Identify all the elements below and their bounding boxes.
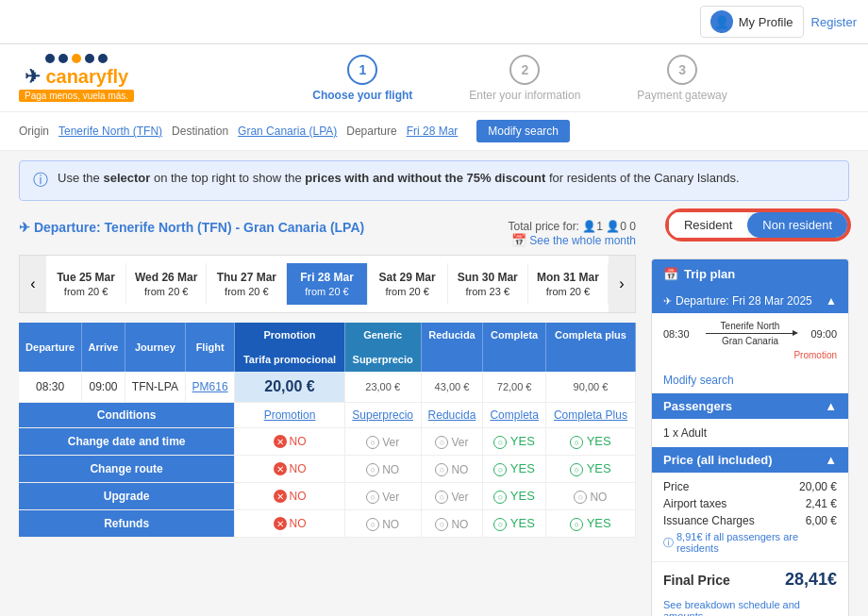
col-completa-plus: Completa plus: [545, 323, 635, 347]
cond-reducida-upgrade: ○ Ver: [435, 491, 468, 504]
user-icon: 👤: [710, 10, 733, 33]
flights-table: Departure Arrive Journey Flight Promotio…: [19, 323, 636, 538]
logo-dot-2: [58, 54, 68, 63]
logo-area: ✈ canaryfly Paga menos, vuela más.: [19, 54, 134, 102]
departure-bar-text: Departure: Fri 28 Mar 2025: [676, 294, 812, 308]
departure-heading: ✈ Departure: Tenerife North (TFN) - Gran…: [19, 220, 636, 247]
completa-price-0[interactable]: 72,00 €: [497, 381, 532, 392]
departure-value[interactable]: Fri 28 Mar: [407, 125, 459, 138]
header-main: ✈ canaryfly Paga menos, vuela más. 1 Cho…: [0, 44, 868, 112]
final-price-row: Final Price 28,41€: [652, 561, 848, 597]
cond-superprecio-conditions[interactable]: Superprecio: [352, 408, 413, 422]
date-item-5[interactable]: Sun 30 Mar from 23 €: [448, 263, 528, 305]
cond-row-change-date: Change date and time ✕ NO ○ Ver ○ Ver ○ …: [19, 428, 636, 456]
flight-row-0: 08:30 09:00 TFN-LPA PM616 20,00 € 23,00 …: [19, 372, 636, 403]
cond-promo-upgrade: ✕ NO: [274, 490, 307, 503]
carousel-prev-button[interactable]: ‹: [20, 256, 46, 312]
cond-reducida-change-route: ○ NO: [435, 463, 468, 476]
cond-label-refunds: Refunds: [19, 510, 235, 538]
resident-button[interactable]: Resident: [669, 212, 747, 238]
step-label-2: Enter your information: [469, 89, 580, 102]
cond-completa-plus-conditions[interactable]: Completa Plus: [554, 408, 627, 422]
cond-completa-refunds: ○ YES: [493, 516, 534, 530]
col-completa-plus-sub: [545, 347, 635, 372]
col-promo-group: Promotion: [235, 323, 345, 347]
flight-departure-0: 08:30: [19, 372, 82, 403]
airport-taxes-label: Airport taxes: [663, 497, 726, 510]
non-resident-button[interactable]: Non resident: [747, 212, 847, 238]
date-item-1[interactable]: Wed 26 Mar from 20 €: [126, 263, 207, 305]
destination-value[interactable]: Gran Canaria (LPA): [238, 125, 337, 138]
info-text: Use the selector on the top right to sho…: [58, 171, 740, 185]
cond-promo-refunds: ✕ NO: [274, 517, 307, 530]
resident-toggle: Resident Non resident: [667, 210, 849, 240]
price-row-issuance: Issuance Charges 6,00 €: [663, 514, 837, 527]
col-arrive: Arrive: [82, 323, 125, 372]
cond-completa-conditions[interactable]: Completa: [490, 408, 538, 422]
date-item-6[interactable]: Mon 31 Mar from 20 €: [528, 263, 609, 305]
reducida-price-0[interactable]: 43,00 €: [435, 381, 470, 392]
final-price-value: 28,41€: [785, 570, 837, 590]
info-banner: ⓘ Use the selector on the top right to s…: [19, 160, 849, 201]
steps-container: 1 Choose your flight 2 Enter your inform…: [191, 55, 849, 102]
promo-price-0[interactable]: 20,00 €: [264, 378, 314, 394]
origin-label: Origin: [19, 125, 49, 138]
date-item-0[interactable]: Tue 25 Mar from 20 €: [46, 263, 126, 305]
dest-airport: Gran Canaria: [722, 336, 778, 346]
date-price-5: from 23 €: [452, 286, 524, 297]
passengers-content: 1 x Adult: [652, 419, 848, 447]
register-link[interactable]: Register: [811, 15, 857, 29]
modify-search-button[interactable]: Modify search: [476, 120, 570, 142]
date-item-4[interactable]: Sat 29 Mar from 20 €: [368, 263, 448, 305]
departure-bar: ✈ Departure: Fri 28 Mar 2025 ▲: [652, 289, 848, 313]
completa-plus-price-0[interactable]: 90,00 €: [574, 381, 609, 392]
route-visual: Tenerife North Gran Canaria: [695, 321, 806, 346]
cond-reducida-conditions[interactable]: Reducida: [428, 408, 476, 422]
calendar-icon: 📅: [663, 267, 678, 281]
departure-label: Departure: [346, 125, 396, 138]
origin-value[interactable]: Tenerife North (TFN): [58, 125, 162, 138]
date-label-3: Fri 28 Mar: [291, 271, 362, 284]
date-price-1: from 20 €: [130, 286, 202, 297]
residents-note-text: 8,91€ if all passengers are residents: [676, 531, 837, 554]
chevron-up-icon-price: ▲: [825, 453, 837, 467]
date-label-1: Wed 26 Mar: [130, 271, 202, 284]
cond-reducida-change-date: ○ Ver: [435, 436, 468, 449]
date-price-6: from 20 €: [532, 286, 604, 297]
carousel-next-button[interactable]: ›: [609, 256, 635, 312]
price-header: Price (all included) ▲: [652, 447, 848, 473]
price-row-taxes: Airport taxes 2,41 €: [663, 497, 837, 510]
date-price-0: from 20 €: [50, 286, 122, 297]
see-whole-month-link[interactable]: See the whole month: [529, 234, 636, 247]
cond-label-change-route: Change route: [19, 456, 235, 483]
final-price-label: Final Price: [663, 573, 730, 588]
price-breakdown: Price 20,00 € Airport taxes 2,41 € Issua…: [652, 473, 848, 561]
col-generic-sub: Superprecio: [344, 347, 421, 372]
step-circle-3: 3: [667, 55, 697, 85]
promotion-badge: Promotion: [663, 350, 837, 360]
my-profile-button[interactable]: 👤 My Profile: [700, 6, 804, 38]
route-bar: Origin Tenerife North (TFN) Destination …: [0, 112, 868, 151]
modify-search-link[interactable]: Modify search: [652, 368, 848, 393]
col-reducida-sub: [421, 347, 483, 372]
main-layout: ✈ Departure: Tenerife North (TFN) - Gran…: [0, 210, 868, 616]
info-icon: ⓘ: [33, 171, 48, 191]
date-item-2[interactable]: Thu 27 Mar from 20 €: [207, 263, 287, 305]
step-circle-1: 1: [347, 55, 377, 85]
flight-number-0[interactable]: PM616: [192, 380, 228, 393]
logo-dot-4: [85, 54, 94, 63]
price-row-base: Price 20,00 €: [663, 480, 837, 493]
airport-taxes-value: 2,41 €: [806, 497, 837, 510]
date-label-6: Mon 31 Mar: [532, 271, 604, 284]
superprecio-price-0[interactable]: 23,00 €: [365, 381, 400, 392]
cond-completa-plus-refunds: ○ YES: [570, 516, 610, 530]
left-panel: ✈ Departure: Tenerife North (TFN) - Gran…: [19, 210, 636, 616]
see-breakdown-link[interactable]: See breakdown schedule and amounts: [652, 597, 848, 616]
flight-route-visual: 08:30 Tenerife North Gran Canaria 09:00 …: [652, 313, 848, 368]
date-item-3[interactable]: Fri 28 Mar from 20 €: [287, 263, 367, 305]
trip-plan-title: Trip plan: [684, 267, 735, 281]
cond-promo-change-route: ✕ NO: [274, 462, 307, 475]
cond-promo-conditions[interactable]: Promotion: [264, 408, 316, 422]
dest-time: 09:00: [810, 328, 837, 340]
trip-plan-card: 📅 Trip plan ✈ Departure: Fri 28 Mar 2025…: [651, 258, 849, 616]
